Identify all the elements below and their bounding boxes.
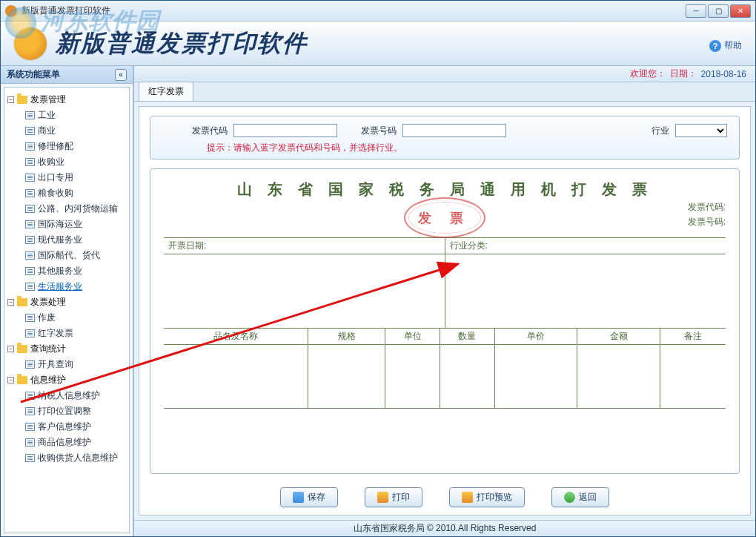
tab-red-invoice[interactable]: 红字发票 — [139, 82, 193, 101]
tree-item[interactable]: 其他服务业 — [4, 263, 129, 279]
tree-group-3[interactable]: −信息维护 — [4, 372, 129, 388]
back-icon — [564, 492, 575, 503]
tree-item-label: 国际船代、货代 — [38, 249, 100, 262]
print-button[interactable]: 打印 — [365, 487, 422, 507]
inv-code-label: 发票代码: — [688, 201, 726, 214]
footer: 山东省国家税务局 © 2010.All Rights Reserved — [134, 520, 755, 536]
tree-item-label: 客户信息维护 — [38, 421, 91, 433]
tree-group-2[interactable]: −查询统计 — [4, 341, 129, 357]
invoice-code-input[interactable] — [233, 124, 337, 137]
stamp-icon: 发 票 — [404, 197, 485, 238]
tree-item[interactable]: 公路、内河货物运输 — [4, 201, 129, 217]
industry-select[interactable] — [675, 124, 727, 137]
tree-item[interactable]: 收购业 — [4, 154, 129, 170]
tree-item[interactable]: 现代服务业 — [4, 232, 129, 248]
tree-item-label: 商业 — [38, 125, 56, 137]
tree-item-label: 公路、内河货物运输 — [38, 202, 118, 215]
tree-item-label: 收购业 — [38, 156, 64, 168]
back-button[interactable]: 返回 — [551, 487, 609, 507]
body-note — [660, 345, 726, 408]
tree-toggle-icon: − — [7, 377, 14, 383]
folder-icon — [17, 96, 27, 104]
content-panel: 发票代码 发票号码 行业 提示：请输入蓝字发票代码和号码，并选择行业。 山 东 … — [139, 106, 751, 515]
maximize-button[interactable]: ▢ — [708, 4, 729, 18]
sidebar-collapse-button[interactable]: « — [115, 69, 127, 81]
tree-item[interactable]: 收购供货人信息维护 — [4, 450, 129, 466]
code-label: 发票代码 — [192, 125, 228, 137]
tree-item[interactable]: 纳税人信息维护 — [4, 388, 129, 403]
minimize-button[interactable]: ─ — [686, 4, 706, 18]
help-link[interactable]: ? 帮助 — [709, 39, 742, 52]
save-icon — [293, 492, 304, 503]
tree-item[interactable]: 红字发票 — [4, 326, 129, 341]
tree-group-label: 查询统计 — [30, 343, 66, 355]
tree-group-label: 发票管理 — [30, 93, 66, 106]
folder-icon — [17, 345, 27, 353]
folder-icon — [17, 376, 27, 384]
close-button[interactable]: ✕ — [730, 4, 751, 18]
tree-group-label: 发票处理 — [30, 296, 66, 309]
date-value: 2018-08-16 — [701, 69, 746, 79]
tree-item[interactable]: 修理修配 — [4, 139, 129, 154]
tree-item-label: 收购供货人信息维护 — [38, 452, 118, 464]
status-bar: 欢迎您： 日期： 2018-08-16 — [134, 66, 755, 82]
tree-item-label: 纳税人信息维护 — [38, 389, 100, 402]
tree-item[interactable]: 客户信息维护 — [4, 419, 129, 435]
buyer-cell — [164, 254, 445, 328]
tree-item[interactable]: 粮食收购 — [4, 185, 129, 201]
doc-icon — [25, 236, 35, 244]
save-button[interactable]: 保存 — [280, 487, 338, 507]
tree-item[interactable]: 打印位置调整 — [4, 403, 129, 419]
tree-item-label: 商品信息维护 — [38, 436, 91, 449]
body-spec — [308, 345, 385, 408]
nav-tree: −发票管理工业商业修理修配收购业出口专用粮食收购公路、内河货物运输国际海运业现代… — [4, 87, 130, 533]
tree-item[interactable]: 国际海运业 — [4, 217, 129, 232]
tree-item[interactable]: 商品信息维护 — [4, 435, 129, 450]
col-amount: 金额 — [577, 329, 660, 344]
body-amount — [577, 345, 660, 408]
tree-item[interactable]: 商业 — [4, 123, 129, 139]
tree-item[interactable]: 作废 — [4, 310, 129, 326]
invoice-title: 山 东 省 国 家 税 务 局 通 用 机 打 发 票 — [164, 179, 726, 200]
tree-toggle-icon: − — [7, 346, 14, 352]
seller-cell — [445, 254, 726, 328]
doc-icon — [25, 423, 35, 431]
doc-icon — [25, 314, 35, 322]
preview-button[interactable]: 打印预览 — [449, 487, 525, 507]
doc-icon — [25, 360, 35, 369]
welcome-label: 欢迎您： — [630, 67, 666, 80]
doc-icon — [25, 438, 35, 447]
tree-item[interactable]: 开具查询 — [4, 357, 129, 372]
doc-icon — [25, 407, 35, 415]
tree-item-label: 作废 — [38, 312, 56, 324]
doc-icon — [25, 205, 35, 213]
tree-item-label: 现代服务业 — [38, 234, 82, 246]
invoice-number-input[interactable] — [402, 124, 506, 137]
body-unit — [385, 345, 440, 408]
doc-icon — [25, 251, 35, 260]
doc-icon — [25, 283, 35, 291]
main-area: 欢迎您： 日期： 2018-08-16 红字发票 发票代码 发票号码 — [134, 66, 755, 536]
form-hint: 提示：请输入蓝字发票代码和号码，并选择行业。 — [207, 142, 727, 154]
industry-label: 行业 — [651, 125, 669, 137]
search-form: 发票代码 发票号码 行业 提示：请输入蓝字发票代码和号码，并选择行业。 — [150, 116, 740, 159]
tab-bar: 红字发票 — [134, 82, 755, 102]
tree-item-label: 红字发票 — [38, 327, 73, 340]
sidebar-header: 系统功能菜单 « — [1, 66, 133, 84]
action-buttons: 保存 打印 打印预览 返回 — [139, 481, 750, 515]
doc-icon — [25, 142, 35, 151]
banner-title: 新版普通发票打印软件 — [56, 27, 308, 60]
tree-group-1[interactable]: −发票处理 — [4, 294, 129, 310]
invoice-table: 开票日期: 行业分类: 品名及名称 规格 单位 数量 单价 — [164, 237, 726, 409]
tree-item[interactable]: 国际船代、货代 — [4, 248, 129, 263]
tree-item-label: 打印位置调整 — [38, 405, 91, 418]
doc-icon — [25, 220, 35, 228]
tree-item-label: 生活服务业 — [38, 280, 82, 293]
doc-icon — [25, 158, 35, 166]
window-title: 新版普通发票打印软件 — [21, 4, 686, 17]
body-price — [495, 345, 578, 408]
tree-item[interactable]: 出口专用 — [4, 170, 129, 185]
tree-group-0[interactable]: −发票管理 — [4, 92, 129, 108]
tree-item[interactable]: 生活服务业 — [4, 279, 129, 294]
tree-item[interactable]: 工业 — [4, 108, 129, 123]
